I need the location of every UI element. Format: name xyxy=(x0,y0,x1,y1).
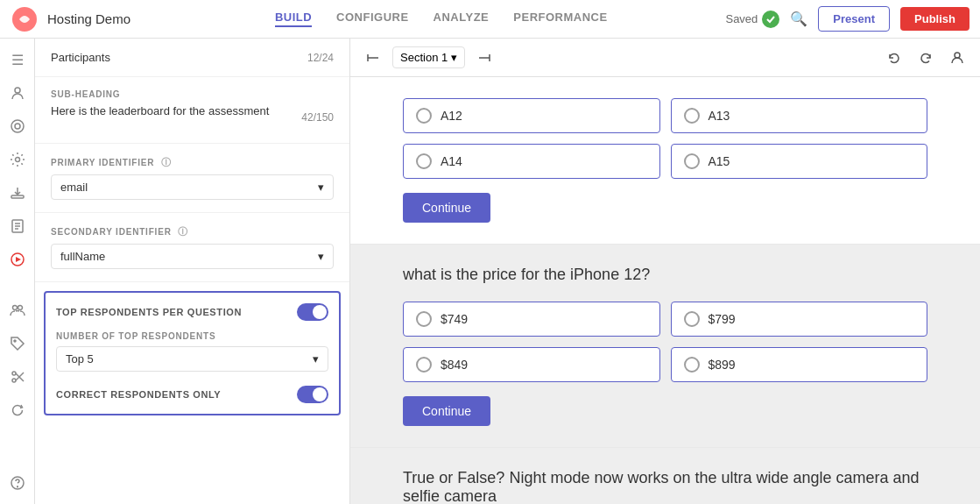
svg-point-16 xyxy=(12,379,16,382)
subheading-count: 42/150 xyxy=(301,111,334,124)
secondary-id-section: SECONDARY IDENTIFIER ⓘ fullName ▾ xyxy=(35,213,349,282)
continue-button-2[interactable]: Continue xyxy=(403,396,490,426)
sidebar-refresh-icon[interactable] xyxy=(4,396,32,424)
tab-analyze[interactable]: ANALYZE xyxy=(434,11,490,27)
number-of-top-label: NUMBER OF TOP RESPONDENTS xyxy=(56,331,328,341)
option-849[interactable]: $849 xyxy=(403,347,660,382)
primary-id-label: PRIMARY IDENTIFIER ⓘ xyxy=(51,156,334,169)
toolbar-section-start-icon[interactable] xyxy=(361,46,385,70)
sidebar-people-icon[interactable] xyxy=(4,296,32,324)
option-a13[interactable]: A13 xyxy=(671,98,928,133)
correct-only-label: CORRECT RESPONDENTS ONLY xyxy=(56,389,221,400)
sidebar-question-icon[interactable] xyxy=(4,469,32,497)
options-grid-2: $749 $799 $849 $899 xyxy=(403,302,927,382)
primary-id-select[interactable]: email ▾ xyxy=(51,174,334,200)
svg-point-3 xyxy=(15,124,20,129)
option-radio-a13 xyxy=(684,108,700,124)
toolbar-redo-icon[interactable] xyxy=(913,46,938,70)
svg-rect-5 xyxy=(11,195,24,198)
option-text-a14: A14 xyxy=(441,154,462,168)
secondary-id-label: SECONDARY IDENTIFIER ⓘ xyxy=(51,225,334,238)
secondary-id-value: fullName xyxy=(60,250,105,263)
toolbar-undo-icon[interactable] xyxy=(882,46,906,70)
icon-sidebar: ☰ xyxy=(0,39,35,504)
saved-check-icon xyxy=(762,11,779,28)
correct-only-toggle[interactable] xyxy=(297,386,328,403)
main-content: Section 1 ▾ xyxy=(350,39,980,504)
sidebar-target-icon[interactable] xyxy=(4,112,32,140)
sidebar-tag-icon[interactable] xyxy=(4,330,32,358)
tab-configure[interactable]: CONFIGURE xyxy=(336,11,409,27)
toolbar-person-icon[interactable] xyxy=(945,46,969,70)
top-respondents-toggle[interactable] xyxy=(297,303,328,321)
option-a14[interactable]: A14 xyxy=(403,144,660,179)
toolbar-section-end-icon[interactable] xyxy=(472,46,497,70)
sidebar-person-icon[interactable] xyxy=(4,79,32,107)
participants-section: Participants 12/24 xyxy=(35,39,349,77)
number-of-top-value: Top 5 xyxy=(66,352,94,366)
top-nav: Hosting Demo BUILD CONFIGURE ANALYZE PER… xyxy=(0,0,980,39)
question-block-3: True or False? Night mode now works on t… xyxy=(350,448,980,504)
options-grid-1: A12 A13 A14 A15 xyxy=(403,98,927,179)
sidebar-gear-icon[interactable] xyxy=(4,146,32,174)
secondary-id-select[interactable]: fullName ▾ xyxy=(51,244,334,269)
content-toolbar: Section 1 ▾ xyxy=(350,39,980,77)
sidebar-play-icon[interactable] xyxy=(4,245,32,273)
nav-right: Saved 🔍 Present Publish xyxy=(725,6,969,32)
option-text-899: $899 xyxy=(709,358,736,372)
svg-marker-11 xyxy=(16,257,21,262)
primary-id-value: email xyxy=(60,181,88,194)
question-text-3: True or False? Night mode now works on t… xyxy=(403,469,927,504)
primary-id-chevron: ▾ xyxy=(318,181,324,194)
section-dropdown[interactable]: Section 1 ▾ xyxy=(392,46,465,68)
option-a15[interactable]: A15 xyxy=(671,144,928,179)
svg-point-14 xyxy=(14,340,16,342)
saved-label: Saved xyxy=(725,12,758,25)
option-radio-799 xyxy=(684,311,700,327)
svg-point-12 xyxy=(12,306,17,310)
svg-point-15 xyxy=(12,372,16,375)
saved-indicator: Saved xyxy=(725,11,779,28)
main-layout: ☰ xyxy=(0,39,980,504)
sidebar-page-icon[interactable] xyxy=(4,212,32,240)
option-799[interactable]: $799 xyxy=(671,302,928,337)
svg-point-1 xyxy=(15,88,20,93)
settings-panel: Participants 12/24 SUB-HEADING Here is t… xyxy=(35,39,350,504)
tab-performance[interactable]: PERFORMANCE xyxy=(513,11,607,27)
option-radio-749 xyxy=(416,311,432,327)
publish-button[interactable]: Publish xyxy=(900,7,969,31)
primary-id-section: PRIMARY IDENTIFIER ⓘ email ▾ xyxy=(35,144,349,213)
nav-tabs: BUILD CONFIGURE ANALYZE PERFORMANCE xyxy=(157,11,725,27)
search-button[interactable]: 🔍 xyxy=(790,11,807,27)
option-text-749: $749 xyxy=(441,312,468,326)
subheading-textarea[interactable]: Here is the leaderboard for the assessme… xyxy=(51,104,301,131)
option-899[interactable]: $899 xyxy=(671,347,928,382)
tab-build[interactable]: BUILD xyxy=(275,11,312,27)
sidebar-scissors-icon[interactable] xyxy=(4,363,32,391)
top-respondents-label: TOP RESPONDENTS PER QUESTION xyxy=(56,307,242,317)
sidebar-hamburger-icon[interactable]: ☰ xyxy=(4,46,32,74)
sidebar-download-icon[interactable] xyxy=(4,179,32,207)
option-text-849: $849 xyxy=(441,358,468,372)
present-button[interactable]: Present xyxy=(818,6,890,32)
canvas: A12 A13 A14 A15 Continue xyxy=(350,77,980,504)
option-radio-a15 xyxy=(684,153,700,169)
svg-point-4 xyxy=(15,158,19,162)
subheading-section: SUB-HEADING Here is the leaderboard for … xyxy=(35,77,349,144)
number-of-top-select[interactable]: Top 5 ▾ xyxy=(56,346,328,372)
question-block-2: what is the price for the iPhone 12? $74… xyxy=(350,245,980,448)
option-radio-849 xyxy=(416,357,432,373)
question-text-2: what is the price for the iPhone 12? xyxy=(403,266,927,284)
option-text-a13: A13 xyxy=(709,109,730,123)
option-749[interactable]: $749 xyxy=(403,302,660,337)
continue-button-1[interactable]: Continue xyxy=(403,193,490,223)
section-label: Section 1 xyxy=(400,51,448,64)
option-text-799: $799 xyxy=(709,312,736,326)
option-text-a15: A15 xyxy=(709,154,730,168)
participants-count: 12/24 xyxy=(307,52,334,64)
option-a12[interactable]: A12 xyxy=(403,98,660,133)
option-radio-a14 xyxy=(416,153,432,169)
subheading-label: SUB-HEADING xyxy=(51,89,334,99)
number-of-top-setting: NUMBER OF TOP RESPONDENTS Top 5 ▾ xyxy=(56,331,328,372)
app-title: Hosting Demo xyxy=(47,11,130,26)
